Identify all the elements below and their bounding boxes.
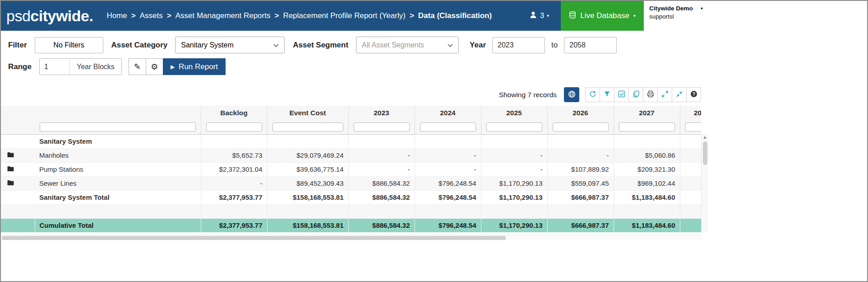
cell: $1,183,484.60 bbox=[614, 190, 680, 204]
column-filter-input-2025[interactable] bbox=[486, 122, 542, 132]
cell: - bbox=[201, 176, 267, 190]
table-row-manholes: Manholes $5,652.73 $29,079,469.24 - - - … bbox=[1, 148, 701, 162]
record-count-text: Showing 7 records bbox=[499, 91, 557, 99]
range-input[interactable] bbox=[40, 59, 69, 75]
cell: $39,636,775.14 bbox=[267, 162, 348, 176]
row-name: Manholes bbox=[35, 148, 201, 162]
breadcrumb-asset-management-reports[interactable]: Asset Management Reports bbox=[175, 11, 271, 20]
cell bbox=[481, 134, 547, 148]
logo[interactable]: psdcitywide. bbox=[1, 7, 99, 25]
filter-button[interactable] bbox=[600, 87, 614, 102]
chevron-down-icon bbox=[273, 41, 279, 49]
logo-citywide: citywide bbox=[30, 7, 89, 24]
play-icon: ▶ bbox=[171, 64, 175, 70]
table-toolbar: Showing 7 records ? bbox=[1, 82, 708, 106]
cell bbox=[680, 134, 701, 148]
cell: $1,170,290.13 bbox=[481, 190, 547, 204]
horizontal-scrollbar[interactable] bbox=[1, 235, 701, 240]
live-database-button[interactable]: Live Database ▾ bbox=[561, 1, 644, 31]
cell bbox=[1, 218, 35, 232]
header-2027[interactable]: 2027 bbox=[614, 106, 680, 120]
cell bbox=[267, 204, 348, 218]
year-to-input[interactable] bbox=[564, 37, 617, 53]
scroll-up-icon[interactable]: ▲ bbox=[703, 134, 706, 141]
cell: $158,168,553.81 bbox=[267, 190, 348, 204]
print-button[interactable] bbox=[643, 87, 658, 102]
vertical-scrollbar-thumb[interactable] bbox=[703, 141, 707, 165]
table-row-sanitary-system-total: Sanitary System Total $2,377,953.77 $158… bbox=[1, 190, 701, 204]
logo-dot: . bbox=[89, 7, 93, 24]
breadcrumb-replacement-profile-report[interactable]: Replacement Profile Report (Yearly) bbox=[283, 11, 406, 20]
header-2026[interactable]: 2026 bbox=[547, 106, 614, 120]
column-filter-input-2023[interactable] bbox=[354, 122, 410, 132]
database-icon bbox=[569, 11, 576, 21]
range-group: Year Blocks bbox=[39, 58, 122, 75]
settings-button[interactable]: ⚙ bbox=[146, 58, 163, 75]
top-nav: psdcitywide. Home > Assets > Asset Manag… bbox=[1, 1, 708, 31]
chevron-down-icon: ▾ bbox=[701, 6, 703, 11]
account-menu[interactable]: Citywide Demo ▾ supportsl bbox=[644, 1, 708, 31]
no-filters-button[interactable]: No Filters bbox=[35, 37, 103, 53]
chevron-down-icon: ▾ bbox=[547, 14, 549, 18]
year-to-label: to bbox=[551, 41, 558, 50]
header-event-cost[interactable]: Event Cost bbox=[267, 106, 348, 120]
asset-segment-select[interactable]: All Asset Segments bbox=[356, 37, 459, 53]
vertical-scrollbar[interactable]: ▲ bbox=[701, 134, 708, 232]
account-username: supportsl bbox=[649, 13, 703, 20]
cell: $969,102.44 bbox=[614, 176, 680, 190]
collapse-icon bbox=[676, 90, 683, 99]
cell bbox=[1, 162, 35, 176]
help-button[interactable]: ? bbox=[686, 87, 701, 102]
year-from-input[interactable] bbox=[492, 37, 545, 53]
globe-button[interactable] bbox=[564, 87, 579, 102]
run-report-label: Run Report bbox=[179, 62, 218, 71]
folder-icon[interactable] bbox=[7, 166, 14, 172]
cell: - bbox=[415, 148, 481, 162]
collapse-button[interactable] bbox=[672, 87, 687, 102]
folder-icon[interactable] bbox=[7, 152, 14, 158]
folder-icon[interactable] bbox=[7, 180, 14, 186]
table-row-cumulative-total: Cumulative Total $2,377,953.77 $158,168,… bbox=[1, 218, 701, 232]
row-name: Cumulative Total bbox=[35, 218, 201, 232]
breadcrumb-assets[interactable]: Assets bbox=[140, 11, 163, 20]
column-filter-input-2024[interactable] bbox=[420, 122, 476, 132]
column-filter-input-2026[interactable] bbox=[553, 122, 609, 132]
select-columns-button[interactable] bbox=[614, 87, 629, 102]
column-filter-input-2027[interactable] bbox=[619, 122, 675, 132]
chevron-down-icon: ▾ bbox=[633, 14, 636, 18]
cell: $1,170,290.13 bbox=[481, 176, 547, 190]
header-2025[interactable]: 2025 bbox=[481, 106, 547, 120]
header-2024[interactable]: 2024 bbox=[415, 106, 481, 120]
row-name bbox=[35, 204, 201, 218]
header-icon-col bbox=[1, 106, 35, 120]
user-icon bbox=[529, 11, 537, 21]
column-filter-input-name[interactable] bbox=[40, 122, 196, 132]
asset-category-select[interactable]: Sanitary System bbox=[175, 37, 285, 53]
cell: $1,170,290.13 bbox=[481, 218, 547, 232]
header-2023[interactable]: 2023 bbox=[348, 106, 415, 120]
active-users-menu[interactable]: 3 ▾ bbox=[529, 11, 549, 21]
column-filter-input-event-cost[interactable] bbox=[272, 122, 343, 132]
horizontal-scrollbar-thumb[interactable] bbox=[2, 236, 506, 240]
refresh-button[interactable] bbox=[585, 87, 600, 102]
expand-button[interactable] bbox=[657, 87, 672, 102]
edit-button[interactable]: ✎ bbox=[129, 58, 146, 75]
breadcrumb-home[interactable]: Home bbox=[106, 11, 127, 20]
table-header-row: Backlog Event Cost 2023 2024 2025 2026 2… bbox=[1, 106, 701, 120]
run-report-button[interactable]: ▶ Run Report bbox=[163, 58, 226, 75]
header-name-col[interactable] bbox=[35, 106, 201, 120]
header-backlog[interactable]: Backlog bbox=[201, 106, 267, 120]
filter-row-2: Range Year Blocks ✎ ⚙ ▶ Run Report bbox=[8, 58, 701, 75]
column-filter-input-backlog[interactable] bbox=[206, 122, 262, 132]
copy-button[interactable] bbox=[628, 87, 643, 102]
header-2028[interactable]: 2028 bbox=[680, 106, 701, 120]
column-filter-input-2028[interactable] bbox=[685, 122, 702, 132]
app-window: psdcitywide. Home > Assets > Asset Manag… bbox=[1, 1, 708, 240]
filter-bar: Filter No Filters Asset Category Sanitar… bbox=[1, 31, 708, 82]
cell bbox=[415, 134, 481, 148]
cell: $796,248.54 bbox=[415, 218, 481, 232]
cell bbox=[267, 134, 348, 148]
cell bbox=[680, 204, 701, 218]
cell bbox=[481, 204, 547, 218]
cell: $886,584.32 bbox=[348, 190, 415, 204]
